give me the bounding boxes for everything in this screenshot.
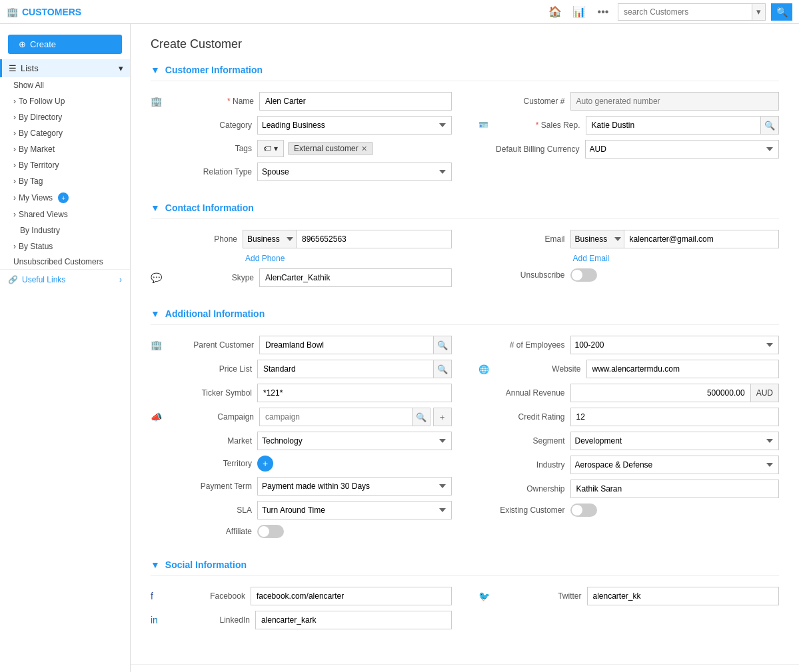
create-button[interactable]: ⊕ Create [8,35,122,54]
sidebar-item-by-territory[interactable]: › By Territory [0,157,130,173]
search-dropdown-btn[interactable]: ▾ [752,4,765,20]
my-views-label: My Views [19,193,53,202]
sidebar-item-by-industry[interactable]: By Industry [0,222,130,238]
tag-icon: 🏷 [263,144,271,153]
social-info-header[interactable]: ▼ Social Information [151,559,779,576]
unsubscribe-toggle[interactable] [570,268,597,282]
revenue-group: AUD [570,384,780,402]
parent-customer-icon: 🏢 [151,340,162,350]
campaign-search-btn[interactable]: 🔍 [412,408,430,426]
more-icon[interactable]: ••• [594,3,612,21]
sales-rep-icon: 🪪 [478,121,488,130]
customer-info-toggle: ▼ [151,65,160,75]
facebook-input[interactable] [251,587,452,605]
lists-icon: ☰ [9,63,17,73]
segment-select[interactable]: Development [570,432,780,450]
payment-term-select[interactable]: Payment made within 30 Days [257,477,452,496]
sidebar-section-lists[interactable]: ☰ Lists ▾ [0,59,130,77]
name-row: 🏢 Name [151,92,452,111]
territory-add-btn[interactable]: + [257,456,273,472]
sidebar-item-show-all[interactable]: Show All [0,77,130,93]
parent-customer-input[interactable] [259,336,433,354]
tags-row: Tags 🏷 ▾ External customer ✕ [151,140,452,157]
sales-rep-search-btn[interactable]: 🔍 [760,116,779,135]
additional-info-header[interactable]: ▼ Additional Information [151,308,779,325]
sidebar-item-shared-views[interactable]: › Shared Views [0,206,130,222]
parent-customer-search-btn[interactable]: 🔍 [433,336,452,354]
sidebar-item-by-market[interactable]: › By Market [0,141,130,157]
customer-info-left: 🏢 Name Category Leading Business [151,92,452,186]
additional-info-left: 🏢 Parent Customer 🔍 Price List [151,336,452,543]
website-row: 🌐 Website [478,360,780,378]
sidebar-useful-links[interactable]: 🔗 Useful Links › [0,269,130,290]
tag-remove-btn[interactable]: ✕ [361,145,367,153]
additional-info-right: # of Employees 100-200 🌐 Website [478,336,780,543]
price-list-input[interactable] [257,360,433,378]
sidebar-item-by-status[interactable]: › By Status [0,238,130,254]
email-input[interactable] [624,230,780,248]
market-select[interactable]: Technology [257,432,452,450]
sla-row: SLA Turn Around Time [151,501,452,519]
sales-rep-input[interactable] [586,116,761,135]
industry-label: Industry [478,460,565,470]
add-phone-link[interactable]: Add Phone [243,254,285,263]
annual-revenue-currency: AUD [750,384,779,402]
ownership-input[interactable] [570,480,780,498]
name-label: Name [167,97,254,106]
link-icon: 🔗 [8,275,18,284]
website-icon: 🌐 [478,364,489,374]
sidebar-item-by-directory[interactable]: › By Directory [0,109,130,125]
customer-info-header[interactable]: ▼ Customer Information [151,65,779,81]
sidebar-item-my-views[interactable]: › My Views + [0,189,130,206]
industry-select[interactable]: Aerospace & Defense [570,456,780,474]
phone-type-select[interactable]: Business [243,230,296,248]
contact-info-header[interactable]: ▼ Contact Information [151,202,779,219]
ticker-symbol-input[interactable] [257,384,452,402]
existing-customer-toggle[interactable] [570,504,597,517]
facebook-icon: f [151,591,153,601]
skype-input[interactable] [259,268,452,287]
chart-icon[interactable]: 📊 [570,3,588,21]
form-footer: Cancel Create & New Create [131,664,799,672]
campaign-input[interactable] [259,408,412,426]
tag-dropdown[interactable]: 🏷 ▾ [257,140,284,157]
search-button[interactable]: 🔍 [771,3,792,21]
website-input[interactable] [586,360,780,378]
category-select[interactable]: Leading Business [257,116,452,135]
twitter-input[interactable] [587,587,780,605]
sidebar-item-to-follow-up[interactable]: › To Follow Up [0,93,130,109]
sidebar-item-by-category[interactable]: › By Category [0,125,130,141]
price-list-search-btn[interactable]: 🔍 [433,360,452,378]
name-input[interactable] [259,92,452,111]
relation-type-label: Relation Type [165,167,252,176]
phone-row: Phone Business [151,230,452,248]
phone-input[interactable] [296,230,452,248]
chevron-right-icon2: › [13,113,16,122]
relation-type-select[interactable]: Spouse [257,163,452,181]
sidebar-item-unsubscribed[interactable]: Unsubscribed Customers [0,254,130,269]
add-email-link[interactable]: Add Email [570,254,610,263]
sla-select[interactable]: Turn Around Time [257,501,452,519]
unsubscribe-label: Unsubscribe [478,270,565,280]
email-type-select[interactable]: Business [570,230,624,248]
payment-term-row: Payment Term Payment made within 30 Days [151,477,452,496]
customer-num-label: Customer # [478,97,565,106]
billing-currency-select[interactable]: AUD [585,140,780,159]
affiliate-toggle[interactable] [257,525,284,538]
sales-rep-input-group: 🔍 [586,116,780,135]
linkedin-input[interactable] [255,611,452,629]
email-label: Email [478,234,565,244]
customer-num-row: Customer # [478,92,780,111]
home-icon[interactable]: 🏠 [546,3,564,21]
credit-rating-input[interactable] [570,408,780,426]
sidebar-item-by-tag[interactable]: › By Tag [0,173,130,189]
annual-revenue-input[interactable] [570,384,750,402]
by-directory-label: By Directory [19,113,62,122]
search-input[interactable] [618,7,752,17]
num-employees-select[interactable]: 100-200 [570,336,780,354]
skype-row: 💬 Skype [151,268,452,287]
additional-info-grid: 🏢 Parent Customer 🔍 Price List [151,336,779,543]
sales-rep-row: 🪪 Sales Rep. 🔍 [478,116,780,135]
unsubscribe-row: Unsubscribe [478,268,780,282]
campaign-add-btn[interactable]: + [433,408,452,426]
